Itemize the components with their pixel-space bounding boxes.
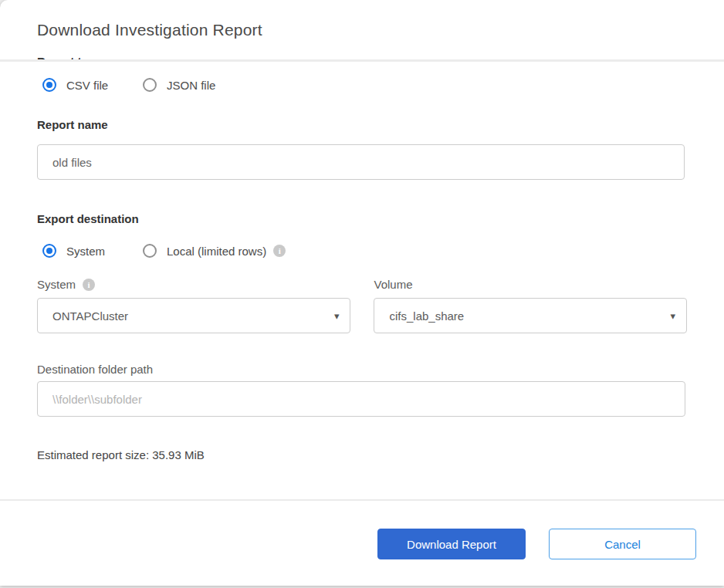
radio-json-unselected-icon[interactable] [143, 78, 157, 92]
system-volume-row: System i ONTAPCluster ▾ Volume cifs_lab_… [37, 278, 687, 333]
system-info-icon[interactable]: i [83, 279, 95, 291]
report-name-label: Report name [37, 118, 687, 131]
volume-field-label: Volume [374, 278, 687, 291]
cancel-button[interactable]: Cancel [549, 529, 696, 559]
footer-divider [0, 499, 724, 501]
destination-folder-input[interactable] [37, 381, 685, 417]
radio-csv-selected-icon[interactable] [42, 78, 56, 92]
caret-down-icon: ▾ [334, 311, 340, 321]
local-info-icon[interactable]: i [273, 245, 286, 257]
radio-local-unselected-icon[interactable] [143, 244, 157, 258]
radio-system-label[interactable]: System [66, 245, 105, 258]
dialog-title: Download Investigation Report [37, 21, 687, 39]
radio-option-csv[interactable]: CSV file [42, 78, 143, 92]
estimated-report-size: Estimated report size: 35.93 MiB [37, 448, 687, 461]
download-report-button[interactable]: Download Report [377, 529, 526, 559]
system-label-text: System [37, 278, 76, 291]
export-destination-label: Export destination [37, 212, 687, 225]
dialog-footer: Download Report Cancel [0, 529, 724, 559]
estimated-size-value: 35.93 MiB [152, 448, 205, 461]
radio-option-system[interactable]: System [42, 244, 143, 258]
system-dropdown[interactable]: ONTAPCluster ▾ [37, 298, 350, 333]
system-field-label: System i [37, 278, 350, 291]
radio-option-json[interactable]: JSON file [143, 78, 215, 92]
dialog-content: CSV file JSON file Report name Export de… [0, 78, 724, 461]
system-dropdown-value: ONTAPCluster [52, 309, 128, 323]
radio-csv-label[interactable]: CSV file [66, 79, 108, 92]
volume-label-text: Volume [374, 278, 412, 291]
report-name-input[interactable] [37, 144, 685, 180]
clipped-section-label: Report type [37, 55, 101, 59]
report-type-radio-group: CSV file JSON file [42, 78, 687, 92]
scroll-shadow-divider [0, 59, 724, 62]
volume-column: Volume cifs_lab_share ▾ [374, 278, 687, 333]
radio-local-label[interactable]: Local (limited rows) [167, 245, 266, 258]
volume-dropdown[interactable]: cifs_lab_share ▾ [374, 298, 687, 333]
estimated-size-label: Estimated report size: [37, 448, 149, 461]
download-report-dialog: Download Investigation Report Report typ… [0, 0, 724, 586]
caret-down-icon: ▾ [670, 311, 675, 321]
radio-json-label[interactable]: JSON file [167, 79, 215, 92]
volume-dropdown-value: cifs_lab_share [389, 309, 464, 323]
radio-system-selected-icon[interactable] [42, 244, 56, 258]
system-column: System i ONTAPCluster ▾ [37, 278, 350, 333]
radio-option-local[interactable]: Local (limited rows) i [143, 244, 286, 258]
destination-folder-label: Destination folder path [37, 363, 687, 376]
export-destination-radio-group: System Local (limited rows) i [42, 244, 687, 258]
